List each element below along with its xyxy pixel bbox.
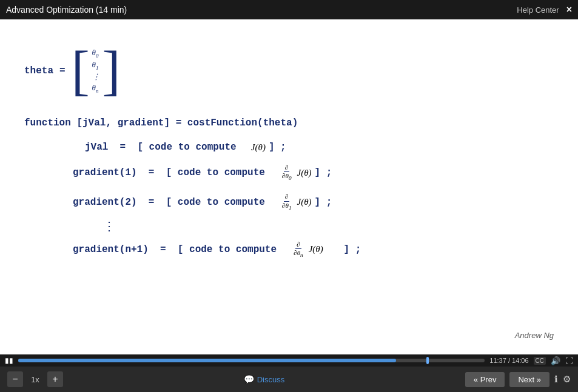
discuss-label: Discuss bbox=[257, 375, 285, 384]
author-label: Andrew Ng bbox=[515, 331, 554, 340]
info-button[interactable]: ℹ bbox=[554, 374, 558, 385]
function-line: function [jVal, gradient] = costFunction… bbox=[24, 118, 554, 128]
speed-decrease-button[interactable]: − bbox=[7, 371, 23, 387]
close-button[interactable]: × bbox=[566, 4, 572, 15]
bottom-controls: − 1x + 💬 Discuss « Prev Next » ℹ ⚙ bbox=[0, 367, 578, 392]
theta-label: theta bbox=[24, 65, 53, 76]
next-button[interactable]: Next » bbox=[509, 372, 549, 387]
slide-content: theta = [ θ0 θ1 ⋮ θn ] function [jVal, g… bbox=[24, 32, 554, 342]
title-bar-right: Help Center × bbox=[517, 4, 572, 15]
vdots: ⋮ bbox=[24, 220, 554, 232]
right-bracket: ] bbox=[102, 44, 121, 98]
jval-suffix: ] ; bbox=[269, 142, 286, 153]
gradient2-math: J(θ) bbox=[297, 197, 311, 207]
partial-frac-n: ∂ ∂θn bbox=[292, 241, 304, 259]
jval-math: J(θ) bbox=[251, 142, 266, 153]
left-bracket: [ bbox=[72, 44, 90, 98]
jval-prefix: jVal = [ code to compute bbox=[85, 142, 248, 153]
progress-area: ▮▮ 11:37 / 14:06 CC 🔊 ⛶ bbox=[0, 354, 578, 367]
partial-frac-1: ∂ ∂θ0 bbox=[281, 164, 292, 182]
speed-increase-button[interactable]: + bbox=[47, 371, 63, 387]
matrix-entry-1: θ1 bbox=[92, 59, 99, 71]
progress-track[interactable] bbox=[18, 359, 485, 362]
gradient1-math: J(θ) bbox=[297, 168, 311, 178]
cc-button[interactable]: CC bbox=[534, 357, 546, 365]
jval-line: jVal = [ code to compute J(θ) ] ; bbox=[24, 142, 554, 153]
time-display: 11:37 / 14:06 bbox=[489, 357, 528, 364]
gradient2-line: gradient(2) = [ code to compute ∂ ∂θ1 J(… bbox=[24, 193, 554, 211]
discuss-icon: 💬 bbox=[244, 374, 254, 384]
gradient2-suffix: ] ; bbox=[315, 197, 332, 208]
play-pause-button[interactable]: ▮▮ bbox=[5, 356, 13, 365]
gradient1-line: gradient(1) = [ code to compute ∂ ∂θ0 J(… bbox=[24, 164, 554, 182]
content-area: theta = [ θ0 θ1 ⋮ θn ] function [jVal, g… bbox=[0, 19, 578, 354]
matrix-entry-0: θ0 bbox=[92, 47, 99, 59]
theta-matrix-row: theta = [ θ0 θ1 ⋮ θn ] bbox=[24, 44, 554, 98]
equals-sign: = bbox=[59, 65, 66, 76]
prev-button[interactable]: « Prev bbox=[465, 372, 505, 387]
fullscreen-button[interactable]: ⛶ bbox=[565, 356, 573, 365]
partial-frac-2: ∂ ∂θ1 bbox=[281, 193, 292, 211]
help-center-link[interactable]: Help Center bbox=[517, 5, 559, 15]
gradient1-prefix: gradient(1) = [ code to compute bbox=[73, 167, 277, 178]
progress-marker bbox=[426, 357, 429, 364]
gradientn-prefix: gradient(n+1) = [ code to compute bbox=[73, 244, 288, 255]
settings-button[interactable]: ⚙ bbox=[563, 374, 571, 385]
discuss-button[interactable]: 💬 Discuss bbox=[244, 374, 285, 384]
matrix-entries: θ0 θ1 ⋮ θn bbox=[92, 47, 100, 95]
matrix-entry-dots: ⋮ bbox=[92, 71, 100, 82]
gradient2-prefix: gradient(2) = [ code to compute bbox=[73, 197, 277, 208]
gradientn-suffix: ] ; bbox=[326, 244, 361, 255]
window-title: Advanced Optimization (14 min) bbox=[6, 5, 127, 15]
gradientn-math: J(θ) bbox=[309, 244, 323, 254]
matrix-entry-n: θn bbox=[92, 82, 99, 95]
matrix-bracket: [ θ0 θ1 ⋮ θn ] bbox=[72, 44, 121, 98]
volume-button[interactable]: 🔊 bbox=[551, 356, 560, 365]
gradient1-suffix: ] ; bbox=[315, 167, 332, 178]
function-code: function [jVal, gradient] = costFunction… bbox=[24, 118, 298, 128]
title-bar: Advanced Optimization (14 min) Help Cent… bbox=[0, 0, 578, 19]
gradientn-line: gradient(n+1) = [ code to compute ∂ ∂θn … bbox=[24, 241, 554, 259]
speed-label: 1x bbox=[28, 375, 42, 384]
progress-fill bbox=[18, 359, 396, 362]
